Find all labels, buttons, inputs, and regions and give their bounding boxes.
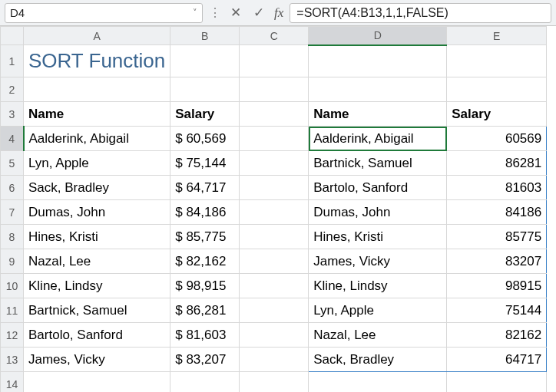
- row-header-9[interactable]: 9: [1, 249, 24, 274]
- cell-E7[interactable]: 84186: [447, 200, 546, 224]
- name-box[interactable]: D4 ˅: [5, 3, 203, 23]
- cell-B5[interactable]: $ 75,144: [170, 151, 239, 175]
- confirm-icon[interactable]: ✓: [250, 5, 268, 21]
- cell-B7[interactable]: $ 84,186: [170, 200, 239, 224]
- chevron-down-icon[interactable]: ˅: [193, 8, 197, 18]
- cell-B9[interactable]: $ 82,162: [170, 249, 239, 273]
- cell-A4[interactable]: Aalderink, Abigail: [25, 127, 170, 150]
- header-name-left: Name: [24, 102, 170, 126]
- row-header-12[interactable]: 12: [1, 323, 24, 348]
- cell-A11[interactable]: Bartnick, Samuel: [24, 298, 170, 322]
- fx-icon[interactable]: fx: [273, 5, 285, 21]
- row-header-14[interactable]: 14: [1, 372, 24, 393]
- row-header-5[interactable]: 5: [1, 151, 24, 176]
- cell-A5[interactable]: Lyn, Apple: [24, 151, 170, 175]
- header-salary-right: Salary: [447, 102, 546, 126]
- cell-D7[interactable]: Dumas, John: [309, 200, 446, 224]
- cell-A8[interactable]: Hines, Kristi: [24, 225, 170, 249]
- cell-A12[interactable]: Bartolo, Sanford: [24, 323, 170, 347]
- header-name-right: Name: [309, 102, 446, 126]
- cell-E8[interactable]: 85775: [447, 225, 546, 249]
- page-title: SORT Function: [24, 45, 170, 77]
- cell-E5[interactable]: 86281: [447, 151, 546, 175]
- header-salary-left: Salary: [170, 102, 239, 126]
- row-header-10[interactable]: 10: [1, 274, 24, 298]
- cell-B13[interactable]: $ 83,207: [170, 348, 239, 371]
- cell-B12[interactable]: $ 81,603: [170, 323, 239, 347]
- row-header-4[interactable]: 4: [1, 127, 24, 151]
- select-all-corner[interactable]: [1, 27, 24, 45]
- cell-A9[interactable]: Nazal, Lee: [24, 249, 170, 273]
- cell-D5[interactable]: Bartnick, Samuel: [309, 151, 446, 175]
- cell-E10[interactable]: 98915: [447, 274, 546, 298]
- spreadsheet-grid[interactable]: A B C D E 1 SORT Function 2 3 Name Salar…: [0, 26, 547, 392]
- cell-D10[interactable]: Kline, Lindsy: [309, 274, 446, 298]
- cell-B4[interactable]: $ 60,569: [170, 127, 239, 150]
- row-header-2[interactable]: 2: [1, 77, 24, 102]
- formula-text: =SORT(A4:B13,1,1,FALSE): [296, 6, 448, 20]
- cell-D13[interactable]: Sack, Bradley: [309, 348, 446, 371]
- cell-E13[interactable]: 64717: [447, 348, 546, 371]
- cell-E4[interactable]: 60569: [447, 127, 546, 150]
- cell-E12[interactable]: 82162: [447, 323, 546, 347]
- col-header-B[interactable]: B: [170, 27, 240, 45]
- cell-E6[interactable]: 81603: [447, 176, 546, 199]
- formula-input[interactable]: =SORT(A4:B13,1,1,FALSE): [290, 3, 551, 23]
- cell-D6[interactable]: Bartolo, Sanford: [309, 176, 446, 199]
- cell-E9[interactable]: 83207: [447, 249, 546, 273]
- cell-E11[interactable]: 75144: [447, 298, 546, 322]
- row-header-6[interactable]: 6: [1, 176, 24, 200]
- col-header-E[interactable]: E: [447, 27, 547, 45]
- cell-A13[interactable]: James, Vicky: [24, 348, 170, 371]
- cell-A7[interactable]: Dumas, John: [24, 200, 170, 224]
- row-header-8[interactable]: 8: [1, 225, 24, 249]
- cell-B10[interactable]: $ 98,915: [170, 274, 239, 298]
- cell-B11[interactable]: $ 86,281: [170, 298, 239, 322]
- col-header-C[interactable]: C: [240, 27, 309, 45]
- cell-D4[interactable]: Aalderink, Abigail: [309, 127, 446, 150]
- cancel-icon[interactable]: ✕: [227, 5, 245, 21]
- row-header-13[interactable]: 13: [1, 348, 24, 372]
- drag-handle-icon[interactable]: ⋮: [207, 5, 222, 20]
- cell-D9[interactable]: James, Vicky: [309, 249, 446, 273]
- row-header-11[interactable]: 11: [1, 298, 24, 323]
- cell-D8[interactable]: Hines, Kristi: [309, 225, 446, 249]
- cell-A6[interactable]: Sack, Bradley: [24, 176, 170, 199]
- cell-D11[interactable]: Lyn, Apple: [309, 298, 446, 322]
- row-header-1[interactable]: 1: [1, 45, 24, 77]
- col-header-D[interactable]: D: [309, 27, 447, 45]
- cell-A10[interactable]: Kline, Lindsy: [24, 274, 170, 298]
- cell-B8[interactable]: $ 85,775: [170, 225, 239, 249]
- row-header-3[interactable]: 3: [1, 102, 24, 127]
- name-box-value: D4: [10, 6, 25, 19]
- formula-bar: D4 ˅ ⋮ ✕ ✓ fx =SORT(A4:B13,1,1,FALSE): [0, 0, 556, 26]
- col-header-A[interactable]: A: [24, 27, 170, 45]
- row-header-7[interactable]: 7: [1, 200, 24, 225]
- cell-B6[interactable]: $ 64,717: [170, 176, 239, 199]
- cell-D12[interactable]: Nazal, Lee: [309, 323, 446, 347]
